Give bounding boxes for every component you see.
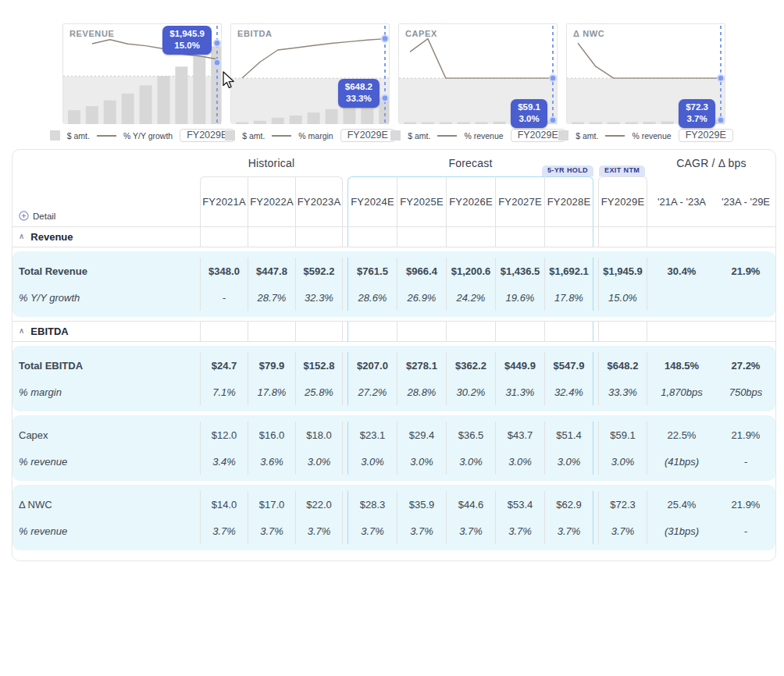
value-secondary: 27.2% [348,379,397,405]
value-primary: $53.4 [496,491,544,518]
data-block-capex: Capex% revenue$12.03.4%$16.03.6%$18.03.0… [12,415,775,481]
section-row-revenue: ∧Revenue [12,226,775,247]
value-primary: $592.2 [296,258,342,284]
value-cell: $28.33.7% [347,491,397,544]
value-cell: $79.917.8% [248,352,295,405]
line-swatch-icon [272,135,291,137]
value-secondary: 3.7% [545,518,593,544]
row-label-primary: Total EBITDA [12,352,200,379]
chart-title: Δ NWC [573,29,604,38]
section-cell [200,322,248,341]
value-primary: $447.8 [248,258,295,284]
value-cell: $761.528.6% [347,258,397,311]
value-primary: $18.0 [296,422,342,448]
section-cell [295,227,343,247]
value-primary: $449.9 [496,352,544,379]
value-cell: $449.931.3% [495,352,544,405]
value-cell: $36.53.0% [446,422,495,475]
legend-bar-label: $ amt. [67,131,90,141]
value-primary: $17.0 [248,491,295,518]
section-cell [397,322,446,341]
chevron-up-icon: ∧ [19,232,24,240]
section-title: Revenue [30,231,73,243]
section-cell [495,322,544,341]
value-secondary: 7.1% [201,379,248,405]
section-cell [598,322,647,341]
badge-5yr-hold: 5-YR HOLD [542,165,593,176]
data-block-row: Capex% revenue$12.03.4%$16.03.6%$18.03.0… [12,415,775,481]
period-select[interactable]: FY2029E [679,129,733,142]
value-cell: $43.73.0% [495,422,544,475]
badge-exit-ntm: EXIT NTM [599,165,645,176]
chevron-up-icon: ∧ [19,326,24,335]
row-labels-cell: Total Revenue% Y/Y growth [12,258,200,311]
bar-swatch-icon [225,130,235,141]
value-cell: $1,200.624.2% [446,258,495,311]
value-secondary: 31.3% [496,379,544,405]
data-block-row: Total Revenue% Y/Y growth$348.0-$447.828… [12,251,775,317]
period-select[interactable]: FY2029E [511,129,565,142]
section-cell [295,322,343,341]
value-primary: $23.1 [348,422,397,448]
value-primary: $51.4 [545,422,593,448]
value-cell: $24.77.1% [200,352,248,405]
value-cell: $1,436.519.6% [495,258,544,311]
line-swatch-icon [605,135,625,137]
value-cell: $14.03.7% [200,491,248,544]
value-primary: $152.8 [296,352,342,379]
tooltip-value: $72.3 [686,101,708,113]
value-cell: 22.5%(41bps) [647,422,716,475]
value-secondary: 3.0% [348,448,397,475]
value-secondary: 1,870bps [647,379,716,405]
row-label-primary: Capex [12,422,200,448]
value-cell: 21.9% [716,258,775,311]
value-primary: $362.2 [447,352,495,379]
tooltip-value: $1,945.9 [169,28,205,40]
value-secondary: 3.4% [201,448,248,475]
chart-legend: $ amt.% marginFY2029E [230,129,390,142]
value-primary: 21.9% [716,258,775,284]
mini-charts-row: REVENUE$1,945.915.0%$ amt.% Y/Y growthFY… [62,23,784,142]
value-cell: $362.230.2% [446,352,495,405]
group-header-historical: Historical [200,157,343,169]
financial-summary-table: HistoricalForecast5-YR HOLDEXIT NTMCAGR … [12,149,776,561]
chart-panel-nwc: Δ NWC$72.33.7% [566,23,725,123]
value-secondary: (41bps) [647,448,716,475]
value-cell: 21.9%- [716,422,775,475]
value-secondary: 3.0% [296,448,342,475]
value-cell: $1,692.117.8% [544,258,593,311]
value-secondary: 3.7% [248,518,295,544]
value-secondary: 17.8% [248,379,295,405]
detail-toggle[interactable]: Detail [19,211,55,221]
chart-plot-ebitda [231,24,389,124]
group-header-forecast-wrap: Forecast5-YR HOLD [347,150,593,176]
value-secondary: 3.0% [545,448,593,475]
value-cell: $72.33.7% [598,491,647,544]
section-cell [544,227,593,247]
value-secondary: 32.3% [296,284,342,311]
value-primary: $348.0 [201,258,248,284]
line-swatch-icon [97,135,116,137]
legend-bar-label: $ amt. [242,131,265,141]
value-primary: 21.9% [716,491,775,518]
tooltip-percent: 3.0% [518,113,540,125]
section-cell [598,227,647,247]
value-cell: $23.13.0% [347,422,397,475]
row-label-secondary: % Y/Y growth [12,284,200,311]
value-primary: $36.5 [447,422,495,448]
column-header-21a-23a: '21A - '23A [647,176,716,226]
row-label-secondary: % margin [12,379,200,405]
value-primary: 22.5% [647,422,716,448]
section-toggle-revenue[interactable]: ∧Revenue [12,227,200,247]
chart-legend: $ amt.% revenueFY2029E [398,129,558,142]
column-header-23a-29e: '23A - '29E [716,176,775,226]
value-secondary: 3.7% [447,518,495,544]
section-toggle-ebitda[interactable]: ∧EBITDA [12,322,200,341]
period-select[interactable]: FY2029E [340,129,395,142]
circle-plus-icon [19,211,29,221]
legend-bar-label: $ amt. [408,131,430,141]
value-secondary: 3.7% [201,518,248,544]
value-primary: $24.7 [201,352,248,379]
value-secondary: 3.7% [496,518,544,544]
legend-bar-label: $ amt. [576,131,598,141]
